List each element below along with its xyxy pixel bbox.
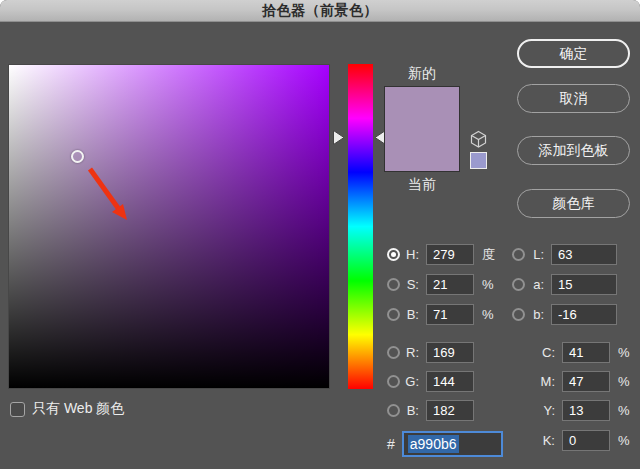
brightness-row: B: % — [387, 304, 494, 325]
cyan-label: C: — [512, 345, 555, 360]
magenta-row: M: % — [512, 371, 630, 392]
cyan-input[interactable] — [562, 342, 610, 363]
brightness-unit: % — [482, 307, 494, 322]
blue-input[interactable] — [426, 400, 474, 421]
new-current-swatch — [384, 86, 460, 172]
cancel-button[interactable]: 取消 — [517, 84, 630, 113]
saturation-radio[interactable] — [387, 278, 400, 291]
yellow-input[interactable] — [562, 400, 610, 421]
lab-a-label: a: — [530, 277, 544, 292]
lab-a-radio[interactable] — [512, 278, 525, 291]
lab-l-row: L: — [512, 244, 617, 265]
green-radio[interactable] — [387, 375, 400, 388]
new-color-swatch — [385, 87, 459, 129]
blue-row: B: — [387, 400, 474, 421]
blue-radio[interactable] — [387, 404, 400, 417]
current-color-label: 当前 — [384, 176, 460, 194]
yellow-row: Y: % — [512, 400, 630, 421]
hue-input[interactable] — [426, 244, 474, 265]
web-safe-warning-cube-icon[interactable] — [469, 130, 488, 149]
blue-label: B: — [405, 403, 419, 418]
ok-button[interactable]: 确定 — [517, 39, 630, 68]
cyan-unit: % — [618, 345, 630, 360]
saturation-label: S: — [405, 277, 419, 292]
only-web-colors-checkbox[interactable] — [10, 402, 25, 417]
brightness-label: B: — [405, 307, 419, 322]
lab-a-row: a: — [512, 274, 617, 295]
magenta-input[interactable] — [562, 371, 610, 392]
hue-label: H: — [405, 247, 419, 262]
black-label: K: — [512, 433, 555, 448]
lab-b-input[interactable] — [551, 304, 617, 325]
only-web-colors-label: 只有 Web 颜色 — [32, 400, 124, 418]
red-radio[interactable] — [387, 346, 400, 359]
magenta-unit: % — [618, 374, 630, 389]
current-color-swatch — [385, 129, 459, 171]
green-label: G: — [405, 374, 419, 389]
only-web-colors-row: 只有 Web 颜色 — [10, 400, 124, 418]
hex-input[interactable]: a990b6 — [402, 431, 503, 457]
lab-a-input[interactable] — [551, 274, 617, 295]
hex-row: # a990b6 — [387, 431, 503, 457]
color-picker-dialog: 拾色器（前景色） 新的 当前 确定 取消 添加到色板 颜色库 H: 度 — [0, 0, 640, 469]
lab-l-input[interactable] — [551, 244, 617, 265]
new-color-label: 新的 — [384, 65, 460, 83]
red-row: R: — [387, 342, 474, 363]
lab-b-row: b: — [512, 304, 617, 325]
brightness-input[interactable] — [426, 304, 474, 325]
hue-slider-marker-left[interactable] — [333, 130, 345, 145]
yellow-label: Y: — [512, 403, 555, 418]
web-safe-color-swatch[interactable] — [470, 152, 487, 169]
red-label: R: — [405, 345, 419, 360]
annotation-arrow — [9, 65, 331, 390]
hue-row: H: 度 — [387, 244, 495, 265]
hex-prefix-label: # — [387, 436, 395, 452]
add-to-swatches-button[interactable]: 添加到色板 — [517, 136, 630, 165]
saturation-row: S: % — [387, 274, 494, 295]
hex-selected-text: a990b6 — [408, 435, 459, 453]
hue-slider[interactable] — [348, 64, 373, 389]
hue-unit: 度 — [482, 246, 495, 264]
saturation-input[interactable] — [426, 274, 474, 295]
red-input[interactable] — [426, 342, 474, 363]
color-libraries-button[interactable]: 颜色库 — [517, 189, 630, 218]
titlebar: 拾色器（前景色） — [0, 0, 640, 22]
saturation-brightness-field[interactable] — [8, 64, 330, 389]
black-row: K: % — [512, 430, 630, 451]
green-input[interactable] — [426, 371, 474, 392]
lab-b-label: b: — [530, 307, 544, 322]
magenta-label: M: — [512, 374, 555, 389]
lab-l-label: L: — [530, 247, 544, 262]
window-title: 拾色器（前景色） — [262, 2, 378, 20]
brightness-radio[interactable] — [387, 308, 400, 321]
saturation-unit: % — [482, 277, 494, 292]
black-input[interactable] — [562, 430, 610, 451]
black-unit: % — [618, 433, 630, 448]
green-row: G: — [387, 371, 474, 392]
hue-radio[interactable] — [387, 248, 400, 261]
lab-l-radio[interactable] — [512, 248, 525, 261]
cyan-row: C: % — [512, 342, 630, 363]
lab-b-radio[interactable] — [512, 308, 525, 321]
yellow-unit: % — [618, 403, 630, 418]
